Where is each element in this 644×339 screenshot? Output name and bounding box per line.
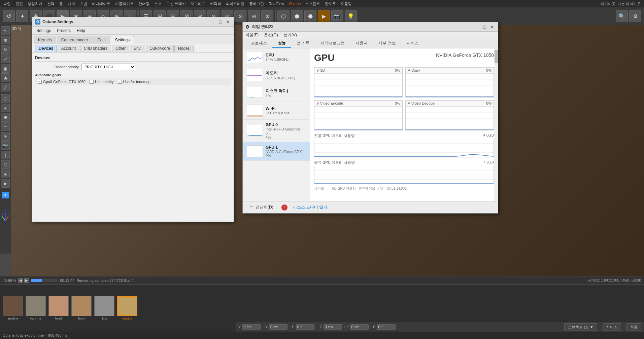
tool20[interactable]: ⬡	[277, 10, 290, 22]
undo-btn[interactable]: ↺	[3, 10, 15, 22]
sidebar-3d[interactable]: 3D	[2, 192, 9, 198]
coord-b-input[interactable]	[377, 324, 396, 330]
menu-snap[interactable]: 스냅	[78, 1, 89, 7]
thumb-head-img[interactable]	[48, 296, 69, 316]
thumb-inside[interactable]: inside e	[3, 296, 23, 320]
collapse-btn[interactable]: ⌃ 간단히(D)	[247, 203, 276, 212]
menu-animate[interactable]: 애니메이트	[90, 1, 112, 7]
coord-py-input[interactable]	[269, 324, 287, 330]
render-btn[interactable]: ▶	[318, 10, 330, 22]
sidebar-select[interactable]: ▣	[1, 64, 10, 73]
octane-menu-help[interactable]: Help	[74, 28, 88, 34]
taskman-tab-apphistory[interactable]: 앱 기록	[291, 39, 315, 48]
monitor-link[interactable]: 리소스 모니터 열기	[293, 204, 328, 210]
octane-subtab-nodes[interactable]: Nodes	[174, 45, 194, 52]
taskman-minimize-btn[interactable]: ─	[474, 24, 480, 30]
coord-bz-input[interactable]	[350, 324, 369, 330]
scroll-thumb[interactable]	[495, 50, 498, 63]
size-btn[interactable]: 사이즈	[603, 323, 621, 331]
taskman-menu-options[interactable]: 옵션(O)	[264, 32, 278, 38]
sidebar-live[interactable]: ◉	[1, 73, 10, 82]
sidebar-cube[interactable]: ⬡	[1, 94, 10, 103]
menu-select[interactable]: 선택	[45, 1, 57, 7]
apply-btn[interactable]: 적용	[626, 323, 641, 331]
menu-sculpt[interactable]: 조소	[152, 1, 164, 7]
menu-tools[interactable]: 툴	[57, 1, 65, 7]
taskman-tab-startup[interactable]: 시작프로그램	[315, 39, 350, 48]
menu-realflow[interactable]: RealFlow	[267, 1, 286, 6]
thumb-rock-img[interactable]	[26, 296, 46, 316]
taskman-tab-perf[interactable]: 성능	[272, 39, 291, 48]
perf-gpu0[interactable]: GPU 0 Intel(R) HD Graphics 6... 4%	[243, 120, 310, 142]
menu-pipeline[interactable]: 파이프라인	[224, 1, 246, 7]
perf-memory[interactable]: 메모리 6.1/15.9GB (38%)	[243, 66, 310, 84]
settings-btn[interactable]: ⚙	[629, 10, 641, 22]
thumb-rock[interactable]: rock ma	[26, 296, 46, 320]
taskman-scrollbar[interactable]	[494, 48, 498, 201]
sidebar-render[interactable]: ▶	[1, 179, 10, 188]
menu-simulate[interactable]: 시뮬레이트	[113, 1, 136, 7]
sidebar-line[interactable]: ╱	[1, 83, 10, 91]
menu-create[interactable]: 생성하기	[26, 1, 44, 7]
sidebar-cylinder[interactable]: ⬬	[1, 113, 10, 122]
thumb-floor[interactable]: floor	[94, 296, 114, 320]
tool17[interactable]: ⊙	[234, 10, 246, 22]
menu-file[interactable]: 파일	[1, 1, 13, 7]
thumb-head[interactable]: head	[48, 296, 69, 320]
menu-render[interactable]: 한더링	[136, 1, 151, 7]
octane-subtab-account[interactable]: Account	[58, 45, 79, 52]
perf-cpu[interactable]: CPU 14% 1.88GHz	[243, 48, 310, 66]
perf-wifi[interactable]: Wi-Fi S: 0 R: 0 Kbps	[243, 102, 310, 120]
octane-tab-post[interactable]: Post	[93, 36, 110, 44]
octane-minimize-btn[interactable]: ─	[210, 19, 216, 25]
menu-window[interactable]: 한도우	[323, 1, 338, 7]
menu-octane[interactable]: Octane	[287, 1, 303, 6]
coord-y-input[interactable]	[242, 324, 261, 330]
octane-subtab-other[interactable]: Other	[112, 45, 129, 52]
stop-btn[interactable]: ▶	[24, 278, 29, 283]
menu-plugins[interactable]: 플러그인	[247, 1, 266, 7]
taskman-close-btn[interactable]: ✕	[489, 24, 495, 30]
octane-maximize-btn[interactable]: □	[217, 19, 224, 25]
use-priority-label[interactable]: Use priority	[90, 80, 114, 84]
tool22[interactable]: ⬣	[304, 10, 316, 22]
octane-tab-settings[interactable]: Settings	[111, 36, 134, 44]
octane-tab-kernels[interactable]: Kernels	[34, 36, 56, 44]
thumb-body[interactable]: body	[71, 296, 92, 320]
menu-motion-tracker[interactable]: 모션 트래커	[164, 1, 188, 7]
coord-p-input[interactable]	[296, 324, 314, 330]
menu-mesh[interactable]: 매쉬	[66, 1, 77, 7]
menu-edit[interactable]: 편집	[13, 1, 25, 7]
thumb-inside-img[interactable]	[3, 296, 23, 316]
octane-subtab-devices[interactable]: Devices	[35, 45, 57, 52]
taskman-tab-users[interactable]: 사용자	[350, 39, 373, 48]
sidebar-scale[interactable]: ⤢	[1, 54, 10, 63]
octane-close-btn[interactable]: ✕	[225, 19, 231, 25]
tool1[interactable]: ✦	[16, 10, 28, 22]
octane-subtab-c4dshaders[interactable]: C4D shaders	[80, 45, 111, 52]
taskman-maximize-btn[interactable]: □	[482, 24, 488, 30]
sidebar-deform[interactable]: ⌇	[1, 151, 10, 159]
sidebar-rotate[interactable]: ↻	[1, 45, 10, 54]
sidebar-plane[interactable]: ▭	[1, 122, 10, 131]
menu-help[interactable]: 도움말	[339, 1, 354, 7]
thumb-body-img[interactable]	[71, 296, 92, 316]
octane-subtab-env[interactable]: Env.	[130, 45, 145, 52]
use-priority-checkbox[interactable]	[90, 80, 94, 84]
menu-mograph[interactable]: 모그라프	[189, 1, 207, 7]
taskman-menu-view[interactable]: 보기(V)	[283, 32, 297, 38]
object-btn[interactable]: 오브젝트 (싱 ▼	[564, 323, 597, 331]
use-tonemap-label[interactable]: ✓ Use for tonemap	[118, 80, 150, 84]
play-btn[interactable]: ◀	[18, 278, 23, 283]
taskman-tab-details[interactable]: 세부 정보	[373, 39, 401, 48]
sidebar-cursor[interactable]: ↖	[1, 26, 10, 35]
tool23[interactable]: 📷	[331, 10, 343, 22]
thumb-outside-img[interactable]	[117, 296, 137, 316]
use-tonemap-checkbox[interactable]: ✓	[118, 80, 122, 84]
perf-disk[interactable]: 디스크 0(C:) 1%	[243, 84, 310, 102]
tool24[interactable]: 💡	[345, 10, 357, 22]
octane-menu-settings[interactable]: Settings	[34, 28, 54, 34]
tool19[interactable]: ⊛	[261, 10, 273, 22]
sidebar-sphere[interactable]: ●	[1, 104, 10, 112]
tool18[interactable]: ⊚	[248, 10, 260, 22]
